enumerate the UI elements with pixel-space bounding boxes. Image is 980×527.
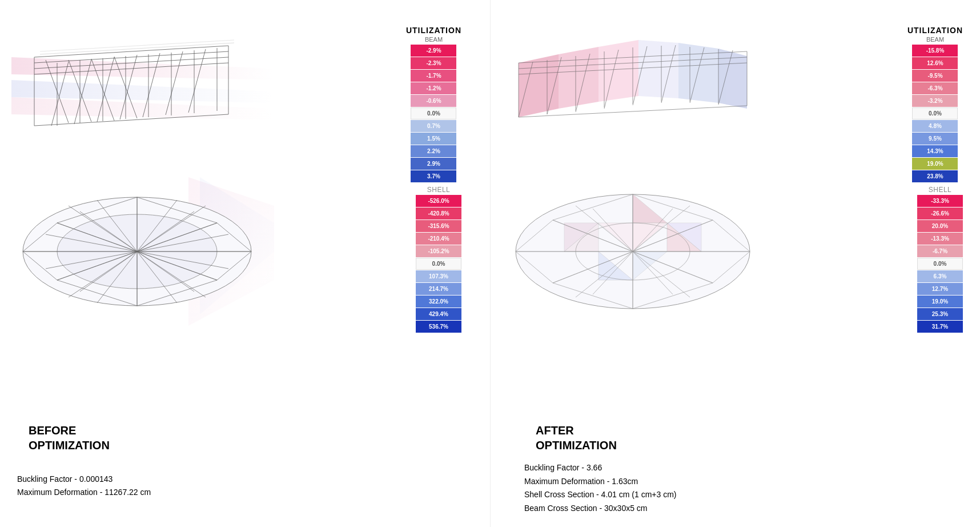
left-bottom-structure [11, 177, 274, 326]
legend-item: -420.8% [416, 207, 461, 219]
legend-item: -2.9% [411, 45, 456, 57]
right-beam-legend: UTILIZATION BEAM -15.8%12.6%-9.5%-6.3%-3… [907, 26, 963, 183]
right-utilization-title: UTILIZATION [907, 26, 963, 35]
right-panel-title: AFTER OPTIMIZATION [536, 423, 617, 453]
legend-item: 0.0% [416, 258, 461, 270]
right-info-beam: Beam Cross Section - 30x30x5 cm [524, 502, 676, 516]
legend-item: 19.0% [912, 158, 958, 170]
legend-item: 0.0% [917, 258, 963, 270]
legend-item: 214.7% [416, 283, 461, 295]
legend-item: -3.2% [912, 95, 958, 107]
right-top-structure [501, 11, 764, 166]
legend-item: -210.4% [416, 233, 461, 245]
legend-item: 536.7% [416, 321, 461, 333]
right-title-line1: AFTER [536, 424, 574, 437]
legend-item: 429.4% [416, 308, 461, 320]
svg-line-30 [40, 40, 234, 51]
legend-item: -526.0% [416, 195, 461, 207]
legend-item: 25.3% [917, 308, 963, 320]
left-shell-title: SHELL [427, 186, 451, 194]
svg-marker-69 [678, 43, 718, 103]
legend-item: -2.3% [411, 57, 456, 69]
legend-item: 12.7% [917, 283, 963, 295]
legend-item: -315.6% [416, 220, 461, 232]
legend-item: 0.0% [912, 107, 958, 119]
svg-marker-65 [519, 54, 559, 117]
legend-item: 23.8% [912, 170, 958, 182]
left-top-structure [11, 11, 274, 166]
left-beam-legend: UTILIZATION BEAM -2.9%-2.3%-1.7%-1.2%-0.… [406, 26, 461, 183]
svg-line-24 [188, 49, 206, 113]
legend-item: -15.8% [912, 45, 958, 57]
legend-item: 322.0% [416, 296, 461, 308]
left-beam-subtitle: BEAM [425, 36, 443, 43]
right-bottom-structure [507, 177, 770, 326]
legend-item: -33.3% [917, 195, 963, 207]
main-container: UTILIZATION BEAM -2.9%-2.3%-1.7%-1.2%-0.… [0, 0, 980, 527]
right-info-deformation: Maximum Deformation - 1.63cm [524, 475, 676, 489]
svg-marker-68 [638, 40, 678, 98]
legend-item: 107.3% [416, 270, 461, 282]
legend-item: -105.2% [416, 245, 461, 257]
left-title-line2: OPTIMIZATION [29, 439, 110, 452]
legend-item: -1.7% [411, 70, 456, 82]
legend-item: 20.0% [917, 220, 963, 232]
left-title-line1: BEFORE [29, 424, 76, 437]
left-info-deformation: Maximum Deformation - 11267.22 cm [17, 486, 151, 498]
legend-item: 4.8% [912, 120, 958, 132]
legend-item: 2.2% [411, 145, 456, 157]
left-shell-legend: SHELL -526.0%-420.8%-315.6%-210.4%-105.2… [416, 186, 461, 333]
legend-item: 14.3% [912, 145, 958, 157]
left-utilization-title: UTILIZATION [406, 26, 461, 35]
svg-marker-0 [11, 57, 274, 80]
svg-line-29 [40, 43, 234, 54]
legend-item: -13.3% [917, 233, 963, 245]
right-info-buckling: Buckling Factor - 3.66 [524, 461, 676, 475]
legend-item: -6.7% [917, 245, 963, 257]
right-shell-title: SHELL [929, 186, 952, 194]
legend-item: 3.7% [411, 170, 456, 182]
legend-item: 31.7% [917, 321, 963, 333]
svg-line-3 [34, 46, 228, 57]
legend-item: 19.0% [917, 296, 963, 308]
right-panel: UTILIZATION BEAM -15.8%12.6%-9.5%-6.3%-3… [490, 0, 980, 527]
legend-item: 9.5% [912, 133, 958, 145]
legend-item: 0.0% [411, 107, 456, 119]
svg-line-14 [34, 51, 228, 63]
legend-item: 1.5% [411, 133, 456, 145]
legend-item: 12.6% [912, 57, 958, 69]
legend-item: 6.3% [917, 270, 963, 282]
legend-item: 2.9% [411, 158, 456, 170]
left-panel-title: BEFORE OPTIMIZATION [29, 423, 110, 453]
right-title-line2: OPTIMIZATION [536, 439, 617, 452]
legend-item: 0.7% [411, 120, 456, 132]
right-shell-legend: SHELL -33.3%-26.6%20.0%-13.3%-6.7%0.0%6.… [917, 186, 963, 333]
svg-marker-67 [599, 40, 638, 102]
left-info-buckling: Buckling Factor - 0.000143 [17, 473, 151, 485]
legend-item: -0.6% [411, 95, 456, 107]
legend-item: -26.6% [917, 207, 963, 219]
left-panel: UTILIZATION BEAM -2.9%-2.3%-1.7%-1.2%-0.… [0, 0, 490, 527]
legend-item: -1.2% [411, 82, 456, 94]
right-beam-subtitle: BEAM [926, 36, 944, 43]
right-panel-info: Buckling Factor - 3.66 Maximum Deformati… [524, 461, 676, 516]
right-info-shell: Shell Cross Section - 4.01 cm (1 cm+3 cm… [524, 488, 676, 502]
left-panel-info: Buckling Factor - 0.000143 Maximum Defor… [17, 473, 151, 498]
legend-item: -6.3% [912, 82, 958, 94]
legend-item: -9.5% [912, 70, 958, 82]
svg-marker-66 [559, 47, 599, 109]
